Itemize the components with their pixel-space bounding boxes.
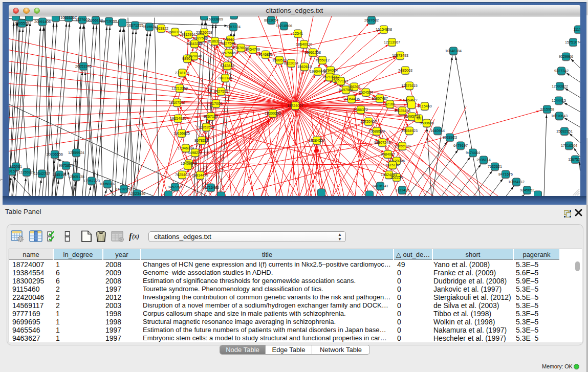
svg-text:1640944: 1640944 [430, 128, 445, 133]
svg-text:19384554: 19384554 [309, 138, 325, 143]
svg-text:2386372: 2386372 [354, 107, 368, 112]
svg-text:3624554: 3624554 [359, 90, 373, 95]
svg-text:12213359: 12213359 [171, 86, 188, 91]
svg-text:20991406: 20991406 [34, 19, 51, 24]
svg-text:17957223: 17957223 [83, 179, 100, 183]
svg-text:39159: 39159 [9, 169, 17, 173]
svg-text:9975857: 9975857 [59, 163, 73, 168]
svg-text:1145194: 1145194 [52, 172, 66, 177]
svg-text:19654985: 19654985 [170, 116, 186, 121]
svg-text:10807487: 10807487 [372, 96, 388, 101]
svg-text:12505135: 12505135 [68, 174, 84, 179]
svg-text:1167533: 1167533 [568, 157, 580, 162]
svg-text:2687682: 2687682 [364, 18, 379, 23]
svg-text:3215958: 3215958 [540, 107, 554, 112]
svg-text:12359924: 12359924 [68, 150, 84, 155]
svg-text:12023446: 12023446 [129, 191, 145, 196]
svg-text:10653267: 10653267 [60, 16, 77, 20]
svg-text:(x): (x) [132, 233, 139, 240]
svg-text:14136141: 14136141 [372, 184, 388, 188]
svg-text:19166825: 19166825 [173, 131, 190, 136]
svg-text:8186323: 8186323 [208, 39, 222, 43]
svg-text:19654923: 19654923 [401, 128, 418, 133]
svg-text:10973493: 10973493 [392, 53, 408, 58]
svg-text:10688609: 10688609 [368, 129, 385, 134]
svg-text:16782759: 16782759 [116, 187, 132, 191]
svg-text:12375115: 12375115 [401, 83, 417, 88]
svg-text:18807249: 18807249 [374, 140, 390, 145]
svg-text:44: 44 [417, 116, 421, 121]
svg-text:8813054: 8813054 [264, 18, 278, 23]
svg-text:9699695: 9699695 [420, 121, 434, 125]
svg-text:15751074: 15751074 [565, 40, 580, 45]
svg-text:9115460: 9115460 [418, 104, 431, 108]
svg-text:20053346: 20053346 [75, 64, 92, 69]
svg-text:2935114: 2935114 [476, 158, 490, 162]
svg-text:2718126: 2718126 [175, 71, 189, 75]
svg-text:7663822: 7663822 [154, 26, 168, 31]
svg-text:8267130: 8267130 [204, 114, 218, 119]
svg-text:9827509: 9827509 [193, 36, 208, 40]
svg-text:8938923: 8938923 [443, 135, 457, 140]
svg-text:9329966: 9329966 [559, 54, 573, 59]
svg-text:9084067: 9084067 [381, 152, 395, 157]
svg-text:9457791: 9457791 [168, 185, 182, 189]
svg-text:10719155: 10719155 [101, 19, 117, 24]
svg-text:98901: 98901 [182, 56, 192, 61]
svg-text:12213967: 12213967 [384, 40, 400, 45]
svg-text:6794024: 6794024 [323, 68, 338, 73]
svg-text:11172: 11172 [574, 27, 580, 32]
svg-text:16107552: 16107552 [169, 100, 185, 105]
svg-text:15692951: 15692951 [556, 129, 573, 134]
svg-text:417006: 417006 [210, 101, 222, 106]
svg-text:7625402: 7625402 [175, 172, 189, 177]
svg-text:1562615: 1562615 [297, 64, 312, 69]
svg-text:4498222: 4498222 [188, 150, 202, 155]
svg-text:12353594: 12353594 [198, 125, 214, 129]
svg-text:16543382: 16543382 [186, 41, 203, 46]
svg-text:15716485: 15716485 [203, 185, 219, 190]
svg-text:2803144: 2803144 [218, 76, 232, 80]
svg-text:8427552: 8427552 [214, 89, 228, 94]
svg-text:252254: 252254 [390, 175, 403, 180]
svg-text:20206556: 20206556 [47, 152, 63, 157]
svg-text:16154808: 16154808 [376, 27, 392, 32]
svg-text:15720407: 15720407 [360, 119, 377, 124]
svg-text:10025458: 10025458 [394, 108, 410, 113]
svg-text:16409948: 16409948 [181, 161, 197, 166]
svg-text:8375685: 8375685 [222, 51, 236, 55]
svg-text:16033809: 16033809 [207, 17, 223, 21]
svg-text:7357224: 7357224 [226, 25, 241, 29]
svg-text:1615132: 1615132 [385, 163, 400, 167]
svg-text:9660124: 9660124 [168, 30, 182, 34]
svg-text:23226058: 23226058 [196, 30, 212, 35]
svg-text:6497568: 6497568 [339, 87, 353, 92]
svg-text:9146821: 9146821 [258, 52, 273, 57]
svg-text:7955812: 7955812 [315, 58, 330, 62]
svg-text:18724007: 18724007 [287, 103, 303, 108]
svg-text:1244415: 1244415 [552, 98, 566, 103]
svg-text:17016504: 17016504 [561, 143, 577, 148]
svg-text:10654112: 10654112 [508, 180, 524, 184]
svg-text:12541: 12541 [293, 31, 303, 36]
svg-text:18640910: 18640910 [296, 42, 312, 47]
svg-text:9777169: 9777169 [334, 79, 348, 83]
svg-text:16210643: 16210643 [551, 114, 568, 118]
svg-text:10648784: 10648784 [445, 49, 462, 53]
svg-text:9245652: 9245652 [520, 188, 534, 192]
svg-text:9227342: 9227342 [554, 69, 569, 73]
svg-text:9327504: 9327504 [221, 41, 235, 46]
svg-text:18300295: 18300295 [265, 111, 281, 116]
svg-text:19756928: 19756928 [394, 144, 410, 148]
svg-text:9242848: 9242848 [220, 63, 234, 68]
svg-text:8322034: 8322034 [284, 61, 298, 65]
svg-text:12342757: 12342757 [34, 171, 50, 176]
svg-text:19218506: 19218506 [276, 24, 292, 28]
svg-text:16671355: 16671355 [127, 23, 143, 28]
svg-text:9474444: 9474444 [466, 150, 480, 155]
svg-text:935061: 935061 [10, 164, 22, 169]
svg-text:1733426: 1733426 [395, 188, 409, 192]
svg-text:8678332: 8678332 [194, 138, 209, 143]
svg-text:11156829: 11156829 [19, 170, 35, 174]
svg-text:12093822: 12093822 [552, 84, 568, 89]
